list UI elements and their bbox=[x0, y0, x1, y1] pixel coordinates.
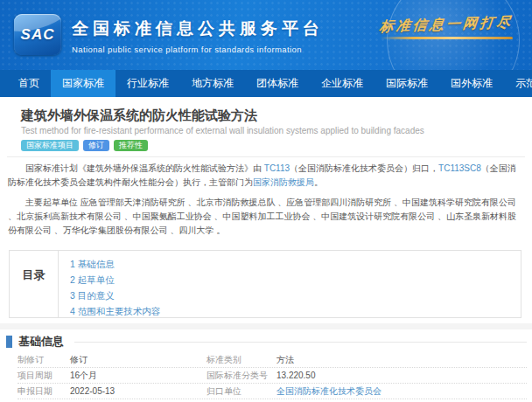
main-nav: 首页国家标准行业标准地方标准团体标准企业标准国际标准国外标准示范试点技术委员会 bbox=[0, 70, 532, 97]
info-value: 16个月 bbox=[70, 371, 206, 381]
site-title: 全国标准信息公共服务平台 bbox=[72, 17, 324, 40]
info-label: 项目周期 bbox=[18, 371, 70, 381]
main-content: 建筑外墙外保温系统的防火性能试验方法 Test method for fire-… bbox=[0, 97, 532, 402]
intro-text-1: 国家标准计划《建筑外墙外保温系统的防火性能试验方法》由 bbox=[25, 163, 264, 173]
toc-link[interactable]: 2 起草单位 bbox=[70, 272, 160, 288]
toc-link[interactable]: 4 范围和主要技术内容 bbox=[70, 303, 160, 319]
nav-item-国外标准[interactable]: 国外标准 bbox=[439, 70, 504, 97]
table-row: 申报日期2022-05-13归口单位全国消防标准化技术委员会 bbox=[18, 384, 527, 399]
page: SAC 全国标准信息公共服务平台 National public service… bbox=[0, 0, 532, 402]
section-title: 基础信息 bbox=[18, 334, 64, 350]
drafters-paragraph: 主要起草单位 应急管理部天津消防研究所 、北京市消防救援总队 、应急管理部四川消… bbox=[8, 196, 524, 238]
tc113sc8-link[interactable]: TC113SC8 bbox=[438, 163, 481, 173]
info-value: 2022-05-13 bbox=[70, 386, 206, 397]
intro-text-4: 。 bbox=[314, 177, 323, 187]
nav-item-国际标准[interactable]: 国际标准 bbox=[374, 70, 439, 97]
info-label: 制修订 bbox=[18, 355, 70, 365]
toc-link[interactable]: 3 目的意义 bbox=[70, 288, 160, 303]
section-separator bbox=[0, 323, 532, 329]
page-title: 建筑外墙外保温系统的防火性能试验方法 bbox=[21, 107, 511, 123]
toc-label: 目录 bbox=[10, 251, 59, 317]
info-label: 归口单位 bbox=[206, 386, 276, 397]
toc-list: 1 基础信息2 起草单位3 目的意义4 范围和主要技术内容 bbox=[59, 251, 160, 317]
sac-logo[interactable]: SAC bbox=[14, 14, 61, 55]
site-header: SAC 全国标准信息公共服务平台 National public service… bbox=[0, 0, 532, 70]
tc113-link[interactable]: TC113 bbox=[264, 163, 290, 173]
table-row: 项目周期16个月国际标准分类号13.220.50 bbox=[18, 368, 527, 384]
nav-item-企业标准[interactable]: 企业标准 bbox=[310, 70, 374, 97]
site-subtitle: National public service platform for sta… bbox=[72, 45, 324, 54]
nav-item-示范试点[interactable]: 示范试点 bbox=[504, 70, 532, 97]
status-badge: 修订 bbox=[83, 140, 109, 151]
divider bbox=[7, 156, 525, 157]
info-label: 国际标准分类号 bbox=[206, 371, 276, 381]
basic-info-table: 制修订修订标准类别方法项目周期16个月国际标准分类号13.220.50申报日期2… bbox=[18, 352, 527, 402]
section-marker bbox=[6, 336, 12, 348]
info-label: 标准类别 bbox=[206, 355, 276, 365]
info-value: 修订 bbox=[70, 355, 206, 365]
document-header: 建筑外墙外保温系统的防火性能试验方法 Test method for fire-… bbox=[0, 97, 532, 151]
info-label: 申报日期 bbox=[18, 386, 70, 397]
nav-item-国家标准[interactable]: 国家标准 bbox=[51, 70, 116, 97]
fire-rescue-admin-link[interactable]: 国家消防救援局 bbox=[253, 177, 314, 187]
slogan-text: 标准信息一网打尽 bbox=[379, 13, 514, 36]
status-badge: 推荐性 bbox=[114, 140, 148, 151]
info-value: 方法 bbox=[276, 355, 527, 365]
nav-item-团体标准[interactable]: 团体标准 bbox=[245, 70, 310, 97]
status-badge: 国家标准项目 bbox=[21, 140, 79, 151]
nav-item-首页[interactable]: 首页 bbox=[7, 70, 51, 97]
info-value: 13.220.50 bbox=[276, 371, 527, 381]
table-row: 制修订修订标准类别方法 bbox=[18, 352, 527, 368]
nav-item-行业标准[interactable]: 行业标准 bbox=[116, 70, 180, 97]
badge-row: 国家标准项目修订推荐性 bbox=[21, 140, 511, 151]
page-title-en: Test method for fire-resistant performan… bbox=[21, 126, 511, 136]
slogan-underline bbox=[380, 37, 513, 39]
nav-item-地方标准[interactable]: 地方标准 bbox=[180, 70, 245, 97]
intro-paragraph: 国家标准计划《建筑外墙外保温系统的防火性能试验方法》由 TC113（全国消防标准… bbox=[8, 162, 524, 190]
info-link[interactable]: 全国消防标准化技术委员会 bbox=[276, 386, 527, 397]
site-title-block: 全国标准信息公共服务平台 National public service pla… bbox=[72, 17, 324, 54]
sac-logo-text: SAC bbox=[21, 26, 55, 44]
header-slogan: 标准信息一网打尽 bbox=[380, 16, 513, 39]
basic-info-header: 基础信息 bbox=[0, 333, 532, 350]
intro-text-2: （全国消防标准化技术委员会）归口， bbox=[290, 163, 438, 173]
toc-box: 目录 1 基础信息2 起草单位3 目的意义4 范围和主要技术内容 bbox=[9, 250, 522, 318]
toc-link[interactable]: 1 基础信息 bbox=[70, 256, 160, 272]
section-rule bbox=[74, 342, 527, 343]
